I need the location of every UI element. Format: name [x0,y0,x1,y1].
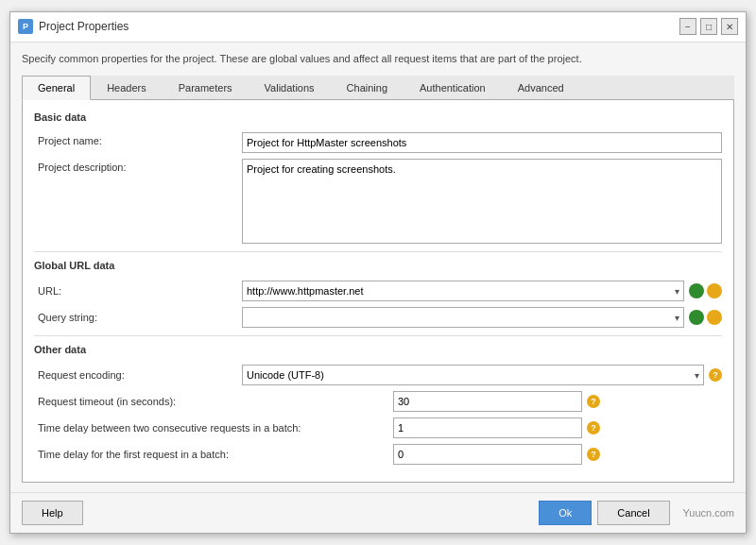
encoding-select-wrap: Unicode (UTF-8) [242,365,704,385]
project-name-row: Project name: [34,132,722,153]
section-other-data-title: Other data [34,344,722,357]
tab-authentication[interactable]: Authentication [404,76,502,100]
query-string-label: Query string: [34,312,242,323]
project-description-input[interactable] [242,159,722,244]
project-name-input[interactable] [242,132,722,153]
url-select-wrap: http://www.httpmaster.net [242,281,684,301]
query-string-row: Query string: [34,307,722,328]
query-green-button[interactable] [689,310,704,325]
title-controls: − □ ✕ [679,18,738,35]
tab-content-general: Basic data Project name: Project descrip… [22,100,734,483]
time-delay-first-label: Time delay for the first request in a ba… [34,449,393,460]
project-description-label: Project description: [34,159,242,173]
cancel-button[interactable]: Cancel [597,501,669,525]
url-row: URL: http://www.httpmaster.net [34,281,722,301]
query-hint-button[interactable] [707,310,722,325]
request-timeout-label: Request timeout (in seconds): [34,396,393,407]
window-body: Specify common properties for the projec… [10,43,746,492]
tab-validations[interactable]: Validations [249,76,331,100]
footer: Help Ok Cancel Yuucn.com [10,492,746,533]
encoding-select[interactable]: Unicode (UTF-8) [242,365,704,385]
query-string-select[interactable] [242,307,684,328]
project-properties-window: P Project Properties − □ ✕ Specify commo… [9,11,747,534]
title-bar-left: P Project Properties [18,19,129,34]
tab-advanced[interactable]: Advanced [502,76,580,100]
delay-first-hint-icon: ? [587,448,600,461]
footer-right: Ok Cancel Yuucn.com [539,501,734,525]
title-bar: P Project Properties − □ ✕ [10,12,746,43]
maximize-button[interactable]: □ [700,18,717,35]
time-delay-batch-input[interactable] [393,417,582,438]
request-encoding-row: Request encoding: Unicode (UTF-8) ? [34,365,722,385]
section-global-url-title: Global URL data [34,260,722,273]
window-title: Project Properties [39,20,129,33]
delay-batch-hint-icon: ? [587,421,600,434]
query-string-select-wrap [242,307,684,328]
help-button[interactable]: Help [22,501,83,525]
request-timeout-row: Request timeout (in seconds): ? [34,391,722,412]
section-basic-data-title: Basic data [34,111,722,125]
project-name-label: Project name: [34,132,242,146]
time-delay-batch-label: Time delay between two consecutive reque… [34,422,393,434]
url-select[interactable]: http://www.httpmaster.net [242,281,684,301]
description-text: Specify common properties for the projec… [22,52,734,66]
url-green-button[interactable] [689,283,704,298]
encoding-hint-icon: ? [709,368,722,382]
tab-headers[interactable]: Headers [91,76,163,100]
ok-button[interactable]: Ok [539,501,592,525]
request-encoding-label: Request encoding: [34,369,242,381]
tab-general[interactable]: General [22,76,91,100]
close-button[interactable]: ✕ [721,18,738,35]
project-description-row: Project description: [34,159,722,244]
request-timeout-input[interactable] [393,391,582,412]
tab-chaining[interactable]: Chaining [331,76,404,100]
url-buttons [689,283,722,298]
url-label: URL: [34,285,242,297]
time-delay-first-row: Time delay for the first request in a ba… [34,444,722,465]
time-delay-batch-row: Time delay between two consecutive reque… [34,417,722,438]
tabs-bar: General Headers Parameters Validations C… [22,76,734,100]
watermark: Yuucn.com [683,507,734,519]
timeout-hint-icon: ? [587,395,600,408]
time-delay-first-input[interactable] [393,444,582,465]
minimize-button[interactable]: − [679,18,696,35]
query-string-buttons [689,310,722,325]
window-icon: P [18,19,33,34]
url-hint-button[interactable] [707,283,722,298]
tab-parameters[interactable]: Parameters [163,76,249,100]
